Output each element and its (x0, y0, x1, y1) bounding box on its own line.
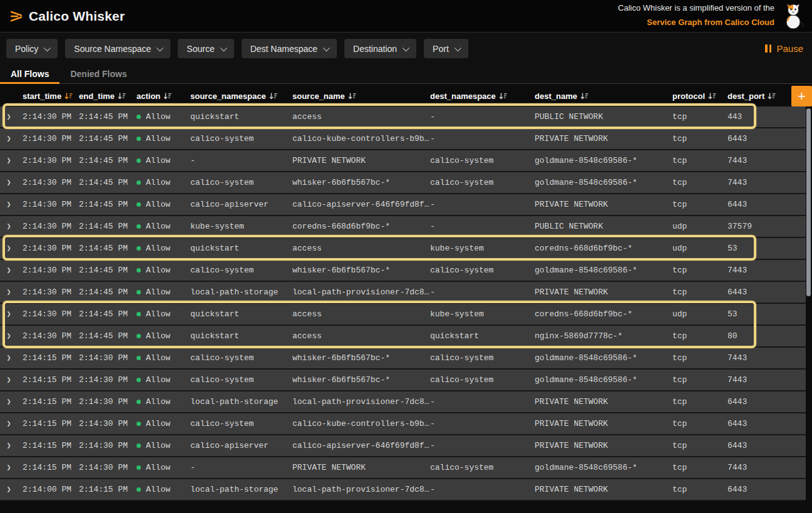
column-header-dest_namespace[interactable]: dest_namespace (430, 91, 535, 101)
allow-status-dot-icon (136, 422, 141, 426)
cell-source_name: access (292, 331, 430, 341)
column-header-action[interactable]: action (136, 91, 190, 101)
filter-policy-dropdown[interactable]: Policy (6, 39, 58, 58)
tagline: Calico Whisker is a simplified version o… (618, 3, 781, 29)
cell-source_namespace: quickstart (190, 112, 292, 122)
table-scrollbar-thumb[interactable] (806, 108, 811, 296)
cell-start_time: 2:14:30 PM (23, 266, 79, 275)
row-expand-chevron-icon[interactable]: ❯ (0, 353, 23, 363)
row-expand-chevron-icon[interactable]: ❯ (0, 156, 23, 165)
sort-icon[interactable] (118, 92, 126, 100)
filter-destination-dropdown[interactable]: Destination (344, 39, 416, 58)
table-row[interactable]: ❯2:14:30 PM2:14:45 PMAllowquickstartacce… (0, 106, 806, 128)
cell-protocol: tcp (672, 156, 727, 165)
row-expand-chevron-icon[interactable]: ❯ (0, 178, 23, 187)
cell-end_time: 2:14:30 PM (79, 353, 136, 363)
cell-dest_namespace: - (430, 200, 535, 209)
row-expand-chevron-icon[interactable]: ❯ (0, 463, 23, 472)
filter-source-namespace-dropdown[interactable]: Source Namespace (65, 39, 170, 58)
cell-source_namespace: kube-system (190, 222, 292, 231)
row-expand-chevron-icon[interactable]: ❯ (0, 200, 23, 209)
table-row[interactable]: ❯2:14:30 PM2:14:45 PMAllowcalico-systemw… (0, 260, 806, 282)
table-row[interactable]: ❯2:14:30 PM2:14:45 PMAllowcalico-apiserv… (0, 194, 806, 216)
cell-protocol: tcp (672, 331, 727, 341)
table-row[interactable]: ❯2:14:30 PM2:14:45 PMAllowquickstartacce… (0, 304, 806, 326)
row-expand-chevron-icon[interactable]: ❯ (0, 222, 23, 231)
column-header-dest_name[interactable]: dest_name (535, 91, 672, 101)
sort-icon[interactable] (64, 92, 73, 100)
pause-button[interactable]: Pause (765, 43, 803, 54)
service-graph-link[interactable]: Service Graph from Calico Cloud (647, 17, 774, 29)
table-row[interactable]: ❯2:14:15 PM2:14:30 PMAllowcalico-systemc… (0, 413, 806, 435)
sort-icon[interactable] (768, 92, 776, 100)
column-header-source_namespace[interactable]: source_namespace (190, 91, 292, 101)
cell-source_name: calico-apiserver-646f69fd8f… (292, 200, 430, 209)
sort-icon[interactable] (163, 92, 172, 100)
table-row[interactable]: ❯2:14:30 PM2:14:45 PMAllowkube-systemcor… (0, 216, 806, 238)
row-expand-chevron-icon[interactable]: ❯ (0, 485, 23, 494)
row-expand-chevron-icon[interactable]: ❯ (0, 331, 23, 341)
cell-source_namespace: calico-apiserver (190, 200, 292, 209)
cell-source_name: calico-kube-controllers-b9b… (292, 134, 430, 143)
table-row[interactable]: ❯2:14:15 PM2:14:30 PMAllowlocal-path-sto… (0, 391, 806, 413)
add-column-button[interactable]: + (791, 86, 812, 106)
table-row[interactable]: ❯2:14:30 PM2:14:45 PMAllowquickstartacce… (0, 238, 806, 260)
table-row[interactable]: ❯2:14:30 PM2:14:45 PMAllowquickstartacce… (0, 326, 806, 348)
cell-source_namespace: quickstart (190, 331, 292, 341)
row-expand-chevron-icon[interactable]: ❯ (0, 134, 23, 143)
cell-action: Allow (136, 309, 190, 319)
column-header-source_name[interactable]: source_name (292, 91, 430, 101)
column-header-end_time[interactable]: end_time (79, 91, 136, 101)
filter-source-dropdown[interactable]: Source (178, 39, 234, 58)
tab-all-flows[interactable]: All Flows (0, 65, 59, 83)
cell-start_time: 2:14:30 PM (23, 244, 79, 253)
row-expand-chevron-icon[interactable]: ❯ (0, 397, 23, 407)
chevron-down-icon (455, 44, 461, 51)
cell-dest_namespace: - (430, 397, 535, 407)
chevron-down-icon (220, 44, 227, 51)
row-expand-chevron-icon[interactable]: ❯ (0, 266, 23, 275)
cell-action: Allow (136, 222, 190, 231)
cell-action: Allow (136, 353, 190, 363)
row-expand-chevron-icon[interactable]: ❯ (0, 309, 23, 319)
table-row[interactable]: ❯2:14:30 PM2:14:45 PMAllowcalico-systemw… (0, 172, 806, 194)
sort-icon[interactable] (499, 92, 507, 100)
action-label: Allow (146, 288, 170, 297)
cell-protocol: tcp (672, 288, 727, 297)
table-row[interactable]: ❯2:14:15 PM2:14:30 PMAllow-PRIVATE NETWO… (0, 457, 806, 479)
table-row[interactable]: ❯2:14:30 PM2:14:45 PMAllowlocal-path-sto… (0, 282, 806, 304)
filter-port-dropdown[interactable]: Port (424, 39, 468, 58)
row-expand-chevron-icon[interactable]: ❯ (0, 244, 23, 253)
sort-icon[interactable] (708, 92, 716, 100)
cell-source_namespace: calico-system (190, 134, 292, 143)
sort-icon[interactable] (269, 92, 277, 100)
cell-dest_name: coredns-668d6bf9bc-* (535, 244, 672, 253)
cell-protocol: udp (672, 244, 727, 253)
table-row[interactable]: ❯2:14:15 PM2:14:30 PMAllowcalico-systemw… (0, 370, 806, 391)
cell-end_time: 2:14:30 PM (79, 441, 136, 450)
row-expand-chevron-icon[interactable]: ❯ (0, 375, 23, 385)
cell-dest_port: 443 (727, 112, 806, 122)
filter-dest-namespace-dropdown[interactable]: Dest Namespace (242, 39, 337, 58)
cell-dest_namespace: calico-system (430, 156, 535, 165)
column-header-protocol[interactable]: protocol (672, 91, 727, 101)
filter-port-label: Port (433, 44, 449, 54)
action-label: Allow (146, 441, 170, 450)
row-expand-chevron-icon[interactable]: ❯ (0, 112, 23, 122)
table-row[interactable]: ❯2:14:30 PM2:14:45 PMAllow-PRIVATE NETWO… (0, 150, 806, 172)
sort-icon[interactable] (348, 92, 356, 100)
column-header-start_time[interactable]: start_time (23, 91, 79, 101)
row-expand-chevron-icon[interactable]: ❯ (0, 441, 23, 450)
table-row[interactable]: ❯2:14:00 PM2:14:15 PMAllowlocal-path-sto… (0, 479, 806, 501)
cell-dest_port: 6443 (727, 288, 806, 297)
cell-dest_namespace: - (430, 112, 535, 122)
table-row[interactable]: ❯2:14:15 PM2:14:30 PMAllowcalico-systemw… (0, 348, 806, 370)
sort-icon[interactable] (580, 92, 588, 100)
row-expand-chevron-icon[interactable]: ❯ (0, 419, 23, 428)
cell-action: Allow (136, 419, 190, 428)
table-row[interactable]: ❯2:14:30 PM2:14:45 PMAllowcalico-systemc… (0, 128, 806, 150)
tab-denied-flows[interactable]: Denied Flows (59, 65, 137, 83)
row-expand-chevron-icon[interactable]: ❯ (0, 288, 23, 297)
cell-action: Allow (136, 441, 190, 450)
table-row[interactable]: ❯2:14:15 PM2:14:30 PMAllowcalico-apiserv… (0, 435, 806, 457)
